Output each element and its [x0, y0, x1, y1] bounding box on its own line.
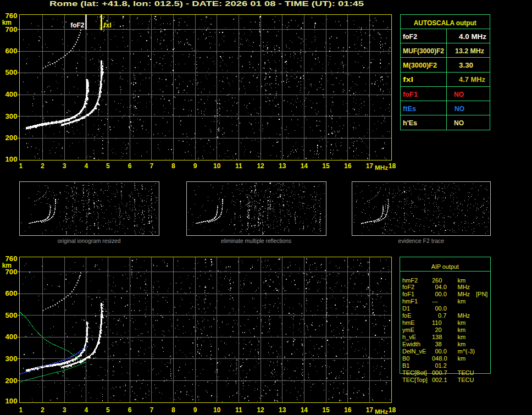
svg-text:NO: NO	[455, 105, 464, 113]
svg-text:TEC[Top]: TEC[Top]	[402, 377, 428, 383]
svg-text:8: 8	[171, 162, 175, 170]
svg-text:15: 15	[322, 406, 330, 414]
svg-text:TECU: TECU	[458, 377, 474, 383]
svg-text:12: 12	[257, 162, 264, 170]
svg-text:138: 138	[432, 334, 442, 340]
svg-text:500: 500	[5, 312, 18, 319]
svg-text:h_vE: h_vE	[402, 334, 416, 340]
svg-text:4.0 MHz: 4.0 MHz	[459, 33, 486, 41]
svg-text:TECU: TECU	[458, 369, 474, 376]
svg-text:18: 18	[389, 162, 396, 170]
svg-text:foF1: foF1	[403, 91, 418, 98]
svg-text:002.1: 002.1	[432, 377, 447, 383]
svg-text:400: 400	[5, 91, 18, 98]
svg-text:15: 15	[322, 162, 330, 170]
svg-text:00.0: 00.0	[435, 305, 447, 312]
svg-text:300: 300	[5, 355, 18, 363]
svg-text:0.7: 0.7	[438, 312, 446, 319]
svg-text:D1: D1	[402, 305, 410, 312]
svg-text:9: 9	[193, 162, 197, 170]
svg-text:01.2: 01.2	[435, 362, 447, 369]
svg-text:MHz: MHz	[458, 284, 470, 290]
svg-text:1: 1	[19, 162, 23, 170]
svg-text:original ionogram resized: original ionogram resized	[58, 237, 121, 244]
svg-text:600: 600	[5, 290, 18, 297]
svg-text:Ewidth: Ewidth	[402, 341, 420, 347]
svg-text:110: 110	[432, 319, 442, 326]
svg-text:4.7 MHz: 4.7 MHz	[459, 76, 485, 84]
svg-text:fxI: fxI	[403, 76, 413, 84]
svg-text:5: 5	[106, 406, 110, 414]
svg-text:16: 16	[344, 406, 352, 414]
svg-text:foF1: foF1	[402, 291, 414, 297]
svg-text:5: 5	[106, 162, 110, 170]
svg-text:7: 7	[149, 406, 153, 414]
svg-text:100: 100	[5, 397, 18, 405]
svg-text:B1: B1	[402, 362, 409, 369]
svg-text:AUTOSCALA output: AUTOSCALA output	[414, 19, 476, 27]
svg-text:foF2: foF2	[403, 33, 417, 41]
svg-text:7: 7	[149, 162, 153, 170]
svg-text:km: km	[458, 334, 466, 340]
svg-text:11: 11	[235, 162, 242, 170]
svg-text:16: 16	[344, 162, 352, 170]
svg-text:14: 14	[301, 406, 308, 414]
svg-text:1: 1	[19, 406, 23, 414]
svg-text:04.0: 04.0	[435, 284, 447, 290]
svg-text:600: 600	[5, 47, 18, 55]
svg-text:[PN]: [PN]	[476, 291, 487, 297]
svg-text:13: 13	[279, 162, 286, 170]
svg-text:260: 260	[432, 277, 442, 284]
svg-text:17: 17	[366, 162, 374, 170]
svg-text:foE: foE	[402, 312, 412, 319]
svg-text:eliminate multiple reflections: eliminate multiple reflections	[221, 237, 291, 244]
svg-text:300: 300	[5, 113, 18, 120]
svg-text:14: 14	[301, 162, 308, 170]
svg-text:6: 6	[128, 406, 132, 414]
svg-text:km: km	[458, 298, 466, 305]
svg-text:NO: NO	[454, 91, 464, 98]
svg-text:00.0: 00.0	[435, 348, 447, 355]
svg-text:12: 12	[257, 406, 264, 414]
svg-text:MUF(3000)F2: MUF(3000)F2	[403, 47, 444, 55]
svg-text:200: 200	[5, 377, 18, 385]
svg-text:fxI: fxI	[104, 21, 112, 29]
svg-text:Rome (lat: +41.8, lon: 012.5): Rome (lat: +41.8, lon: 012.5) - DATE: 20…	[49, 0, 364, 8]
svg-text:4: 4	[84, 162, 88, 170]
svg-text:10: 10	[213, 162, 221, 170]
svg-text:foF2: foF2	[70, 21, 85, 29]
svg-text:MHz: MHz	[458, 291, 470, 297]
svg-text:2: 2	[41, 162, 45, 170]
svg-text:km: km	[458, 319, 466, 326]
svg-text:3.30: 3.30	[459, 62, 473, 69]
svg-text:13: 13	[279, 406, 286, 414]
svg-text:km: km	[458, 277, 466, 284]
svg-text:hmF2: hmF2	[402, 277, 418, 284]
svg-text:MHz: MHz	[375, 164, 389, 171]
svg-text:B0: B0	[402, 355, 409, 362]
svg-text:M(3000)F2: M(3000)F2	[403, 62, 437, 69]
svg-text:TEC[Bot]: TEC[Bot]	[402, 369, 427, 376]
svg-text:---: ---	[432, 298, 438, 305]
svg-text:000.7: 000.7	[432, 369, 447, 376]
svg-text:048.0: 048.0	[432, 355, 447, 362]
svg-text:700: 700	[5, 26, 18, 34]
svg-text:AIP output: AIP output	[431, 263, 459, 270]
svg-text:NO: NO	[454, 119, 464, 127]
svg-text:hmF1: hmF1	[402, 298, 418, 305]
svg-text:8: 8	[171, 406, 175, 414]
svg-text:13.2 MHz: 13.2 MHz	[455, 47, 484, 55]
svg-text:18: 18	[389, 406, 396, 414]
svg-text:foF2: foF2	[402, 284, 414, 290]
svg-text:km: km	[458, 327, 466, 333]
svg-text:20: 20	[435, 327, 442, 333]
svg-text:100: 100	[5, 156, 18, 163]
svg-text:11: 11	[235, 406, 242, 414]
svg-text:DelN_vE: DelN_vE	[402, 348, 426, 355]
svg-text:ftEs: ftEs	[403, 105, 416, 113]
svg-text:38: 38	[435, 341, 442, 347]
svg-text:evidence F2 trace: evidence F2 trace	[398, 237, 444, 244]
svg-text:km: km	[458, 341, 466, 347]
svg-text:10: 10	[213, 406, 221, 414]
svg-text:9: 9	[193, 406, 197, 414]
